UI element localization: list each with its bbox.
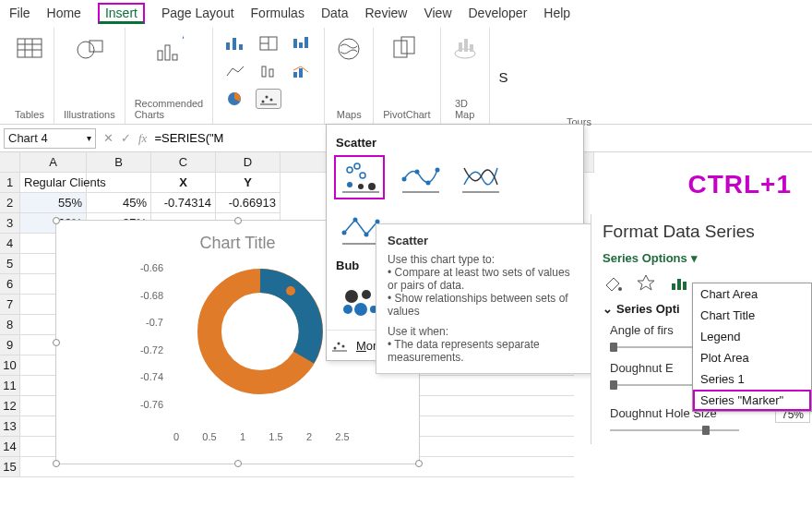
waterfall-chart-icon[interactable]: [289, 33, 315, 54]
series-options-dropdown[interactable]: Series Options ▾: [603, 251, 810, 265]
svg-point-51: [435, 168, 439, 173]
recommended-charts-button[interactable]: ?: [154, 31, 184, 66]
scatter-chart-dropdown[interactable]: [256, 89, 281, 109]
chevron-down-icon: ▾: [691, 251, 698, 265]
row-header-10[interactable]: 10: [0, 355, 20, 376]
row-header-6[interactable]: 6: [0, 274, 20, 295]
fx-icon[interactable]: fx: [138, 131, 147, 146]
row-header-11[interactable]: 11: [0, 376, 20, 396]
resize-handle[interactable]: [234, 460, 242, 467]
cell-D1[interactable]: Y: [216, 173, 281, 193]
resize-handle[interactable]: [53, 460, 60, 467]
row-header-4[interactable]: 4: [0, 234, 20, 254]
table-icon: [15, 31, 44, 66]
illustrations-button[interactable]: [75, 31, 104, 66]
plot-area[interactable]: -0.66 -0.68 -0.7 -0.72 -0.74 -0.76 0 0.5…: [167, 262, 352, 442]
tab-data[interactable]: Data: [321, 6, 349, 20]
cell-B1[interactable]: [87, 173, 151, 193]
group-label-pivotchart: PivotChart: [383, 109, 430, 122]
group-label-maps: Maps: [337, 109, 362, 122]
scatter-type-smooth-markers[interactable]: [394, 155, 445, 199]
name-box[interactable]: Chart 4 ▾: [4, 128, 96, 149]
cell-D2[interactable]: -0.66913: [216, 193, 281, 213]
col-header-B[interactable]: B: [87, 152, 151, 173]
column-chart-icon[interactable]: [222, 33, 248, 54]
resize-handle[interactable]: [53, 217, 60, 224]
tab-formulas[interactable]: Formulas: [251, 6, 304, 20]
tab-insert[interactable]: Insert: [98, 3, 145, 24]
col-header-A[interactable]: A: [20, 152, 87, 173]
chart-type-tooltip: Scatter Use this chart type to: • Compar…: [376, 223, 592, 374]
pie-chart-icon[interactable]: [222, 89, 248, 109]
svg-point-55: [352, 218, 357, 223]
cancel-icon[interactable]: ✕: [103, 131, 113, 145]
svg-rect-35: [470, 44, 473, 52]
statistic-chart-icon[interactable]: [256, 61, 281, 81]
col-header-C[interactable]: C: [151, 152, 216, 173]
scatter-type-smooth[interactable]: [454, 155, 505, 199]
svg-rect-11: [226, 42, 230, 50]
tab-developer[interactable]: Developer: [469, 6, 528, 20]
tables-button[interactable]: [15, 31, 44, 66]
select-all-corner[interactable]: [0, 152, 20, 173]
list-item-legend[interactable]: Legend: [693, 326, 811, 347]
series-options-icon[interactable]: [669, 272, 689, 293]
row-header-9[interactable]: 9: [0, 335, 20, 355]
row-header-3[interactable]: 3: [0, 213, 20, 234]
row-header-12[interactable]: 12: [0, 396, 20, 416]
enter-icon[interactable]: ✓: [121, 131, 131, 145]
combo-chart-icon[interactable]: [289, 61, 315, 81]
svg-rect-12: [233, 38, 236, 50]
resize-handle[interactable]: [415, 460, 423, 467]
tab-view[interactable]: View: [424, 6, 451, 20]
line-chart-icon[interactable]: [222, 61, 248, 81]
formula-bar-icons: ✕ ✓ fx: [103, 131, 147, 146]
cell-A2[interactable]: 55%: [20, 193, 87, 213]
tab-help[interactable]: Help: [543, 6, 570, 20]
tab-page-layout[interactable]: Page Layout: [161, 6, 234, 20]
svg-rect-13: [239, 44, 243, 50]
chevron-down-icon[interactable]: ▾: [87, 133, 91, 143]
map3d-button[interactable]: [450, 31, 480, 66]
row-header-14[interactable]: 14: [0, 437, 20, 457]
svg-rect-30: [394, 41, 407, 57]
svg-point-67: [618, 287, 622, 291]
pivotchart-button[interactable]: [392, 31, 422, 66]
svg-point-65: [342, 345, 345, 348]
list-item-series-marker[interactable]: Series "Marker": [693, 390, 811, 411]
addins-letter[interactable]: S: [499, 69, 508, 85]
resize-handle[interactable]: [53, 339, 60, 346]
row-header-2[interactable]: 2: [0, 193, 20, 213]
list-item-chart-area[interactable]: Chart Area: [693, 283, 811, 305]
svg-rect-31: [401, 37, 414, 54]
svg-point-44: [358, 184, 364, 189]
resize-handle[interactable]: [234, 217, 242, 224]
tab-home[interactable]: Home: [47, 6, 81, 20]
col-header-D[interactable]: D: [216, 152, 281, 173]
row-header-1[interactable]: 1: [0, 173, 20, 193]
svg-rect-18: [299, 42, 303, 48]
row-header-7[interactable]: 7: [0, 295, 20, 315]
maps-button[interactable]: [334, 31, 364, 66]
list-item-plot-area[interactable]: Plot Area: [693, 347, 811, 368]
cell-C1[interactable]: X: [151, 173, 216, 193]
fill-icon[interactable]: [603, 272, 623, 293]
row-header-13[interactable]: 13: [0, 416, 20, 437]
effects-icon[interactable]: [636, 272, 656, 293]
cell-B2[interactable]: 45%: [87, 193, 151, 213]
hole-size-slider[interactable]: [610, 424, 739, 437]
list-item-series1[interactable]: Series 1: [693, 368, 811, 390]
row-header-8[interactable]: 8: [0, 315, 20, 335]
svg-point-26: [266, 96, 269, 99]
scatter-type-scatter[interactable]: [334, 155, 385, 199]
cell-A1[interactable]: Regular Clients: [20, 173, 87, 193]
row-header-15[interactable]: 15: [0, 457, 20, 477]
row-header-5[interactable]: 5: [0, 254, 20, 274]
svg-point-64: [338, 343, 340, 345]
cell-C2[interactable]: -0.74314: [151, 193, 216, 213]
list-item-chart-title[interactable]: Chart Title: [693, 305, 811, 326]
svg-point-42: [347, 167, 352, 173]
tab-file[interactable]: File: [9, 6, 30, 20]
hierarchy-chart-icon[interactable]: [256, 33, 281, 54]
tab-review[interactable]: Review: [365, 6, 408, 20]
